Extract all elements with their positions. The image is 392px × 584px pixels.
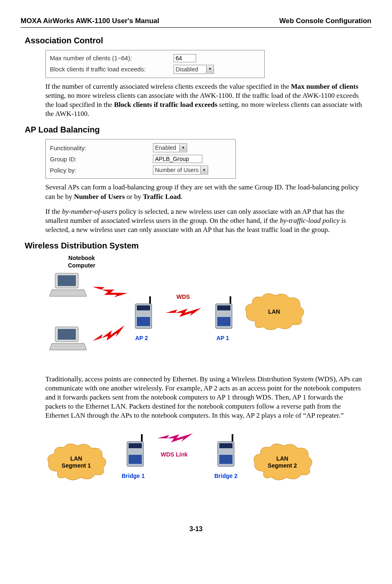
wireless-link-icon xyxy=(165,305,202,321)
label-block-clients: Block clients if traffic load exceeds: xyxy=(50,65,174,73)
page-header: MOXA AirWorks AWK-1100 User's Manual Web… xyxy=(21,17,371,28)
section-title-wds: Wireless Distribution System xyxy=(25,240,371,251)
row-functionality: Functionality: Enabled ▼ xyxy=(50,142,231,154)
wireless-link-icon xyxy=(89,322,129,349)
svg-rect-3 xyxy=(58,329,76,340)
row-max-clients: Max number of clients (1~64): xyxy=(50,53,260,64)
dropdown-arrow-icon: ▼ xyxy=(200,166,208,174)
input-group-id[interactable] xyxy=(153,155,202,163)
load-balancing-description-2: If the by-number-of-users policy is sele… xyxy=(45,207,363,234)
load-balancing-description-1: Several APs can form a load-balancing gr… xyxy=(45,183,363,201)
label-lan-segment-2: LAN Segment 2 xyxy=(268,455,297,469)
wds-diagram-1: Notebook Computer AP 2 WDS AP 1 xyxy=(45,255,363,371)
label-lan-segment-1: LAN Segment 1 xyxy=(62,455,91,469)
label-max-clients: Max number of clients (1~64): xyxy=(50,54,174,62)
ap-device-icon xyxy=(214,434,237,469)
svg-rect-18 xyxy=(219,443,232,448)
svg-rect-6 xyxy=(137,305,150,310)
lan-cloud-icon: LAN Segment 1 xyxy=(45,442,107,482)
label-functionality: Functionality: xyxy=(50,144,153,152)
select-block-clients-value: Disabled xyxy=(174,66,206,73)
svg-rect-14 xyxy=(129,443,142,448)
input-max-clients[interactable] xyxy=(174,54,196,62)
row-block-clients: Block clients if traffic load exceeds: D… xyxy=(50,64,260,75)
svg-rect-11 xyxy=(217,317,230,326)
lan-cloud-icon: LAN Segment 2 xyxy=(251,442,313,482)
select-policy-by-value: Number of Users xyxy=(153,166,200,174)
label-group-id: Group ID: xyxy=(50,155,153,163)
section-title-load-balancing: AP Load Balancing xyxy=(25,124,371,135)
select-functionality[interactable]: Enabled ▼ xyxy=(153,143,187,152)
header-left: MOXA AirWorks AWK-1100 User's Manual xyxy=(21,17,159,26)
dropdown-arrow-icon: ▼ xyxy=(179,144,187,151)
select-functionality-value: Enabled xyxy=(153,144,179,151)
label-bridge-2: Bridge 2 xyxy=(214,472,237,480)
label-lan: LAN xyxy=(268,308,280,315)
svg-rect-19 xyxy=(219,455,232,464)
ap-device-icon xyxy=(132,296,155,331)
ap-device-icon xyxy=(124,434,146,469)
header-right: Web Console Configuration xyxy=(279,17,371,26)
wds-diagram-2: LAN Segment 1 Bridge 1 WDS Link Bridge 2… xyxy=(45,426,363,500)
wireless-link-icon xyxy=(157,430,194,447)
label-notebook-computer: Notebook Computer xyxy=(68,254,95,269)
svg-rect-15 xyxy=(129,455,142,464)
notebook-icon xyxy=(49,272,87,298)
select-policy-by[interactable]: Number of Users ▼ xyxy=(153,166,208,175)
notebook-icon xyxy=(49,325,87,352)
page-number: 3-13 xyxy=(21,525,371,534)
svg-rect-7 xyxy=(137,317,150,326)
label-wds: WDS xyxy=(176,293,190,300)
section-title-association: Association Control xyxy=(25,35,371,46)
wireless-link-icon xyxy=(89,279,129,306)
svg-rect-1 xyxy=(58,275,76,286)
row-policy-by: Policy by: Number of Users ▼ xyxy=(50,164,231,176)
label-wds-link: WDS Link xyxy=(161,451,188,458)
row-group-id: Group ID: xyxy=(50,154,231,164)
ap-device-icon xyxy=(212,296,235,331)
label-policy-by: Policy by: xyxy=(50,166,153,175)
select-block-clients[interactable]: Disabled ▼ xyxy=(174,65,214,74)
association-description: If the number of currently associated wi… xyxy=(45,82,363,118)
label-ap2: AP 2 xyxy=(135,334,148,342)
label-bridge-1: Bridge 1 xyxy=(122,472,145,480)
dropdown-arrow-icon: ▼ xyxy=(206,66,214,73)
wds-description: Traditionally, access points are connect… xyxy=(45,375,363,420)
lan-cloud-icon: LAN xyxy=(243,292,305,331)
association-form-panel: Max number of clients (1~64): Block clie… xyxy=(45,50,265,78)
load-balancing-form-panel: Functionality: Enabled ▼ Group ID: Polic… xyxy=(45,139,236,179)
label-ap1: AP 1 xyxy=(216,334,229,342)
svg-rect-10 xyxy=(217,305,230,310)
